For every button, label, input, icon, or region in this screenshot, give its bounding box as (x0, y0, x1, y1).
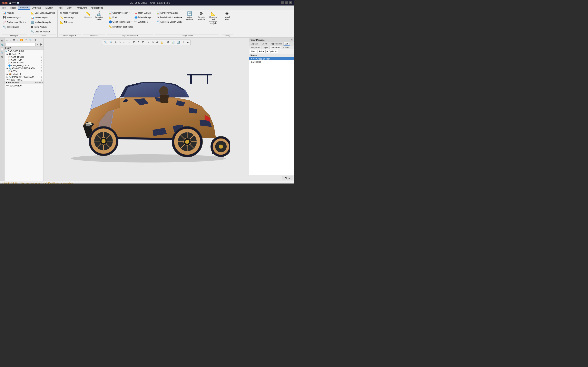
tree-root[interactable]: 🔩 CAR-9039.ASM (4, 50, 43, 53)
vp-btn-zoom-fit[interactable]: ◎ (114, 40, 118, 44)
vm-tab-appearance[interactable]: Appearance (269, 42, 284, 46)
ribbon-btn-simulate-analysis[interactable]: ⚙ Simulate Analysis (196, 11, 207, 21)
vp-btn-settings[interactable]: ⚙ (166, 40, 170, 44)
vp-btn-wireframe[interactable]: ⊞ (132, 40, 136, 44)
ribbon-btn-measure[interactable]: 📏 Measure (83, 11, 93, 19)
vm-item-no-cross-section[interactable]: ✦ No Cross Section (249, 57, 294, 60)
vp-btn-edit[interactable]: ✏ (147, 40, 151, 44)
tree-item-asm-dep-csys[interactable]: 🔷 ASM_DEP_CSYS 4 (4, 64, 43, 67)
viewport[interactable]: 🔍 🔍 ◎ ↖ ↩ ↪ ⊞ 👁 ⊡ ✏ ⊕ ⊗ 📐 ⚙ 📊 🔄 ⏸ ▶ (44, 38, 249, 181)
tree-item-bmanikin[interactable]: ▶ 🔩 BMANIKIN_0003.ASM 8 (4, 75, 43, 78)
regen-btn[interactable]: 🔄 (17, 2, 19, 4)
tree-item-asm0001[interactable]: ▶ 🔩 ASM0001-CREO8.ASM 5 (4, 67, 43, 70)
save-btn[interactable]: 💾 (9, 2, 11, 4)
ribbon-btn-analysis[interactable]: 📊 Analysis (2, 11, 16, 15)
tree-item-asm-front[interactable]: 📋 ASM_FRONT 3 (4, 61, 43, 64)
vm-tab-all[interactable]: All (284, 42, 290, 46)
menu-framework[interactable]: Framework (73, 6, 89, 10)
tree-btn-add[interactable]: ➕ (33, 38, 38, 42)
ribbon-btn-simulation-probe[interactable]: 🔬 Simulation Probe (93, 11, 105, 21)
tree-item-adtm1[interactable]: 📋 ADTM1 6 (4, 70, 43, 73)
ribbon-btn-geometry-report[interactable]: 📊 Geometry Report ▾ (107, 11, 133, 15)
tree-btn-search[interactable]: 🔍 (28, 38, 33, 42)
vp-btn-orient[interactable]: ⊡ (141, 40, 145, 44)
vm-options-dropdown[interactable]: 👁 Options ▾ (265, 50, 278, 53)
menu-view[interactable]: View (65, 6, 73, 10)
vp-btn-redo[interactable]: ↪ (127, 40, 131, 44)
vp-btn-play[interactable]: ▶ (186, 40, 190, 44)
tree-filter-close[interactable]: ✕ (36, 43, 39, 46)
vp-btn-undo[interactable]: ↩ (122, 40, 126, 44)
vm-tab-explode[interactable]: Explode (249, 42, 260, 46)
menu-applications[interactable]: Applications (89, 6, 105, 10)
vm-tab-orient[interactable]: Orient (260, 42, 269, 46)
vp-btn-add[interactable]: ⊕ (151, 40, 155, 44)
ribbon-btn-motion-analysis[interactable]: 🔄 Motion Analysis (184, 11, 195, 21)
vm-subtab-sections[interactable]: Sections (270, 46, 282, 49)
vm-edit-dropdown[interactable]: Edit ▾ (258, 50, 265, 53)
ribbon-btn-mass-properties[interactable]: ⚖ Mass Properties ▾ (59, 11, 81, 15)
vp-btn-analysis-vp[interactable]: 📊 (171, 40, 176, 44)
sidebar-icon-2[interactable]: 🔩 (0, 43, 4, 47)
menu-manikin[interactable]: Manikin (43, 6, 55, 10)
ribbon-btn-curvature[interactable]: 〰 Curvature ▾ (133, 20, 153, 24)
vp-btn-rotate[interactable]: 🔄 (176, 40, 181, 44)
sidebar-icon-1[interactable]: ⊞ (1, 39, 4, 42)
ribbon-btn-mathcad[interactable]: 🔢 Mathcad Analysis (30, 20, 52, 25)
vm-subtab-layers[interactable]: Layers (282, 46, 291, 49)
ribbon-btn-draft[interactable]: 📐 Draft (107, 15, 133, 20)
menu-file[interactable]: File (0, 6, 8, 10)
vm-subtab-simp-rep[interactable]: Simp Rep (249, 46, 262, 49)
tree-item-extrude1[interactable]: ▶ 📦 Extrude 1 (4, 73, 43, 75)
maximize-btn[interactable]: □ (285, 1, 288, 4)
ribbon-btn-visual-field[interactable]: 👁 Visual Field (222, 11, 233, 21)
sidebar-icon-3[interactable]: 📋 (0, 47, 4, 50)
close-btn[interactable]: ✕ (289, 1, 292, 4)
tree-btn-filter2[interactable]: 🔽 (19, 38, 24, 42)
tree-btn-sort[interactable]: ↕ (16, 39, 19, 42)
redo-btn[interactable]: ↪ (14, 2, 16, 4)
vm-item-xsec0001[interactable]: Xsec0001 (249, 60, 294, 64)
undo-btn[interactable]: ↩ (12, 2, 14, 4)
ribbon-btn-sensitivity[interactable]: 📊 Sensitivity Analysis (155, 11, 183, 15)
tree-btn-up[interactable]: ⬆ (24, 38, 28, 42)
ribbon-btn-user-defined[interactable]: 📐 User-Defined Analysis (30, 11, 56, 15)
sidebar-icon-4[interactable]: 🔍 (0, 51, 4, 55)
sidebar-icon-5[interactable]: ⚙ (1, 55, 4, 59)
tree-btn-grid[interactable]: ⊞ (12, 38, 16, 42)
tree-item-asm-right[interactable]: 📋 ASM_RIGHT 1 (4, 55, 43, 58)
ribbon-btn-prime[interactable]: ⚙ Prime Analysis (30, 25, 49, 29)
tree-item-visual-field[interactable]: 👁 Visual Field 1 9 (4, 78, 43, 81)
vp-btn-select[interactable]: ↖ (118, 40, 122, 44)
ribbon-btn-external[interactable]: 🔧 External Analysis (30, 30, 52, 34)
ribbon-btn-global-interference[interactable]: 🔵 Global Interference ▾ (107, 20, 133, 24)
ribbon-btn-statistical[interactable]: 📉 Statistical Design Study (155, 20, 183, 24)
menu-tools[interactable]: Tools (55, 6, 65, 10)
tree-section-expand[interactable]: ▼ (5, 82, 7, 84)
tree-filter-add[interactable]: ➕ (39, 43, 43, 46)
vp-btn-remove[interactable]: ⊗ (155, 40, 159, 44)
menu-model[interactable]: Model (8, 6, 18, 10)
ribbon-btn-short-edge[interactable]: 📏 Short Edge (59, 16, 75, 20)
vp-btn-pause[interactable]: ⏸ (181, 40, 186, 44)
vp-btn-dimension[interactable]: 📐 (159, 40, 164, 44)
menu-analysis[interactable]: Analysis (18, 6, 30, 10)
tree-btn-list[interactable]: ≡ (9, 39, 12, 42)
tree-item-xsec0001[interactable]: ✂ XSEC0001 10 (4, 84, 43, 87)
minimize-btn[interactable]: — (281, 1, 284, 4)
ribbon-btn-feasibility[interactable]: ⚙ Feasibility/Optimization ▾ (155, 15, 183, 20)
vp-btn-zoom-in[interactable]: 🔍 (103, 40, 108, 44)
vm-new-dropdown[interactable]: New ▾ (250, 50, 258, 53)
ribbon-btn-dimension-boundaries[interactable]: 📏 Dimension Boundaries (107, 25, 134, 29)
vp-btn-zoom-out[interactable]: 🔍 (108, 40, 113, 44)
ribbon-btn-excel[interactable]: 📊 Excel Analysis (30, 16, 49, 20)
tree-item-quilts[interactable]: ▶ 🔳 Quilts (2) (4, 53, 43, 55)
ribbon-btn-clearance-creepage[interactable]: 📐 Clearance and Creepage Analysis (208, 11, 219, 26)
vm-subtab-style[interactable]: Style (262, 46, 270, 49)
vp-btn-view[interactable]: 👁 (136, 40, 141, 44)
menu-annotate[interactable]: Annotate (30, 6, 43, 10)
tree-btn-expand[interactable]: ☰ (5, 38, 9, 42)
ribbon-btn-mesh-surface[interactable]: 🔺 Mesh Surface (133, 11, 153, 15)
tree-search-input[interactable] (5, 43, 35, 46)
ribbon-btn-performance-monitor[interactable]: 📈 Performance Monitor (2, 20, 27, 25)
